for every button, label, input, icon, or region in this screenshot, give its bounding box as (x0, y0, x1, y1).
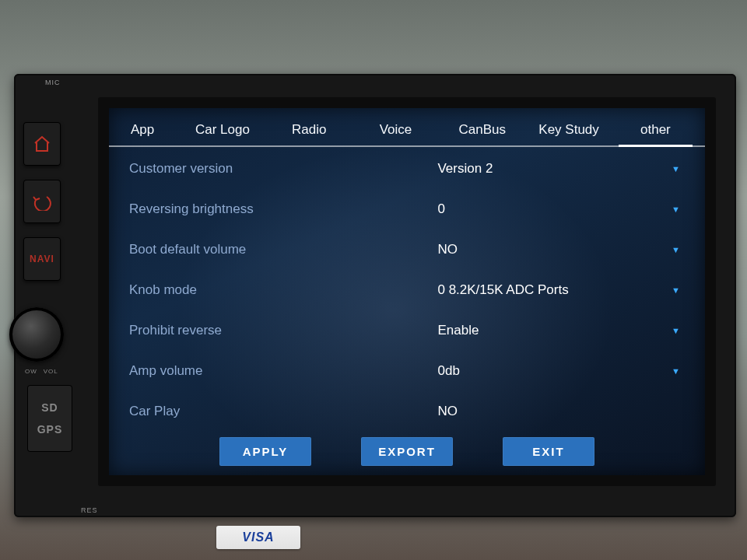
setting-label: Knob mode (129, 282, 437, 298)
visa-card-prop: VISA (216, 526, 300, 549)
apply-button[interactable]: APPLY (219, 437, 311, 466)
setting-amp-volume[interactable]: Amp volume 0db ▼ (109, 351, 705, 391)
res-label: RES (81, 506, 98, 514)
setting-label: Customer version (129, 161, 437, 177)
tab-canbus[interactable]: CanBus (440, 116, 524, 145)
tab-other[interactable]: other (614, 116, 697, 145)
tab-bar: App Car Logo Radio Voice CanBus Key Stud… (109, 108, 705, 147)
hardware-button-column: NAVI (23, 122, 61, 281)
setting-value: 0db (437, 363, 647, 379)
touchscreen: App Car Logo Radio Voice CanBus Key Stud… (98, 97, 716, 486)
setting-label: Amp volume (129, 363, 437, 379)
chevron-down-icon: ▼ (647, 285, 680, 295)
setting-reversing-brightness[interactable]: Reversing brightness 0 ▼ (109, 189, 705, 229)
navi-button[interactable]: NAVI (23, 237, 61, 281)
setting-label: Prohibit reverse (129, 323, 437, 338)
chevron-down-icon: ▼ (647, 245, 680, 254)
vol-label: VOL (44, 368, 58, 375)
home-button[interactable] (23, 122, 61, 166)
sd-label: SD (41, 397, 58, 418)
exit-button[interactable]: EXIT (503, 437, 594, 466)
setting-customer-version[interactable]: Customer version Version 2 ▼ (109, 149, 705, 189)
sd-gps-slot[interactable]: SD GPS (27, 385, 72, 452)
head-unit-bezel: MIC RES NAVI OW VOL SD GPS App Car Logo … (14, 74, 736, 517)
action-bar: APPLY EXPORT EXIT (109, 432, 705, 475)
back-button[interactable] (23, 180, 61, 223)
export-button[interactable]: EXPORT (361, 437, 453, 466)
tab-car-logo[interactable]: Car Logo (181, 116, 264, 145)
setting-car-play[interactable]: Car Play NO (109, 391, 705, 432)
tab-app[interactable]: App (124, 116, 177, 145)
home-icon (33, 135, 51, 153)
setting-value: Enable (437, 323, 647, 338)
tab-key-study[interactable]: Key Study (527, 116, 610, 145)
gps-label: GPS (37, 418, 63, 440)
setting-value: NO (437, 242, 647, 257)
setting-label: Reversing brightness (129, 201, 437, 217)
pow-vol-labels: OW VOL (25, 368, 58, 375)
setting-label: Car Play (129, 404, 437, 419)
chevron-down-icon: ▼ (647, 366, 680, 376)
setting-value: NO (437, 404, 647, 419)
setting-boot-default-volume[interactable]: Boot default volume NO ▼ (109, 229, 705, 270)
back-icon (33, 192, 51, 211)
setting-value: Version 2 (437, 161, 647, 177)
pow-label: OW (25, 368, 37, 375)
setting-knob-mode[interactable]: Knob mode 0 8.2K/15K ADC Ports ▼ (109, 270, 705, 310)
setting-value: 0 8.2K/15K ADC Ports (437, 282, 647, 298)
chevron-down-icon: ▼ (647, 326, 680, 335)
chevron-down-icon: ▼ (647, 164, 680, 173)
tab-radio[interactable]: Radio (268, 116, 351, 145)
setting-value: 0 (437, 201, 647, 217)
setting-prohibit-reverse[interactable]: Prohibit reverse Enable ▼ (109, 310, 705, 351)
volume-knob[interactable] (9, 307, 64, 362)
tab-voice[interactable]: Voice (354, 116, 437, 145)
settings-list[interactable]: Customer version Version 2 ▼ Reversing b… (109, 147, 705, 432)
setting-label: Boot default volume (129, 242, 437, 257)
mic-label: MIC (45, 79, 61, 86)
chevron-down-icon: ▼ (647, 205, 680, 214)
